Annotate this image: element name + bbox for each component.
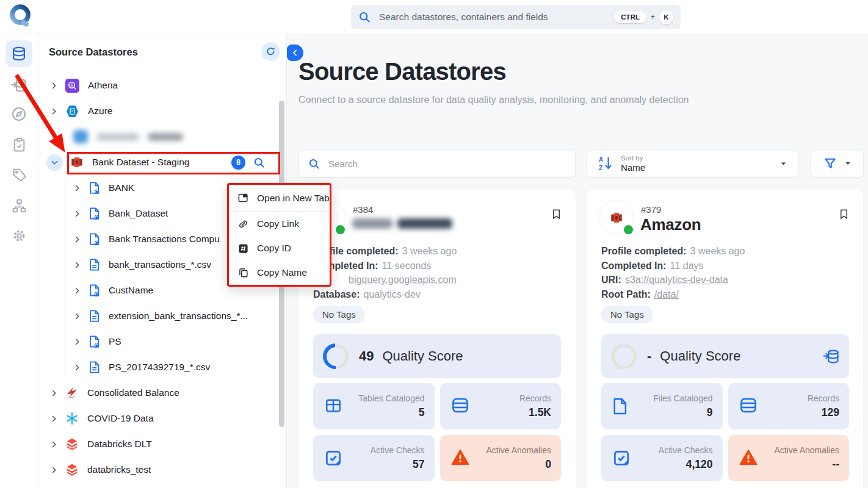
chevron-right-icon[interactable]: [73, 312, 81, 320]
count-badge: 8: [231, 156, 245, 170]
file-lines-icon: [89, 309, 100, 323]
sidebar-item-settings[interactable]: [5, 222, 32, 249]
global-search-input[interactable]: [378, 11, 614, 23]
tree-item-label: databricks_test: [87, 464, 151, 475]
datastore-search-input[interactable]: [327, 158, 566, 170]
menu-item-open-in-new-tab[interactable]: Open in New Tab: [229, 185, 330, 212]
bookmark-icon[interactable]: [838, 207, 850, 221]
stat-value: 57: [413, 458, 424, 471]
chevron-right-icon[interactable]: [73, 287, 81, 295]
tree-item-label: Databricks DLT: [87, 439, 152, 450]
datastore-card[interactable]: #379AmazonProfile completed:3 weeks agoC…: [587, 189, 863, 488]
sidebar-item-lineage[interactable]: [5, 192, 32, 219]
redshift-icon: [70, 156, 84, 169]
stat-tile-active-anomalies: Active Anomalies0: [440, 435, 562, 481]
tree-item-ps[interactable]: PS: [38, 329, 287, 354]
info-label: URI:: [601, 274, 621, 285]
sidebar-item-explore[interactable]: [5, 101, 32, 127]
quality-score-row: 49Quality Score: [313, 334, 561, 378]
sidebar-item-source-datastores[interactable]: [5, 40, 32, 67]
datastore-name: Amazon: [640, 215, 701, 234]
info-line: Profile completed:3 weeks ago: [313, 244, 457, 259]
newtab-icon: [237, 192, 249, 204]
sort-dropdown[interactable]: AZ Sort by Name: [587, 149, 799, 178]
info-line: Database:qualytics-dev: [313, 287, 457, 302]
enrichment-datastores-icon: [11, 77, 27, 93]
menu-item-label: Copy Name: [257, 267, 307, 278]
chevron-right-icon[interactable]: [50, 415, 58, 423]
datastore-id: #384: [353, 204, 373, 215]
chevron-right-icon[interactable]: [50, 389, 58, 397]
chevron-right-icon[interactable]: [50, 466, 58, 474]
tree-item-label: CustName: [109, 285, 153, 296]
filter-button[interactable]: [811, 149, 864, 178]
tree-item-label: PS: [109, 336, 121, 347]
menu-item-copy-id[interactable]: Copy ID: [229, 236, 330, 260]
info-value: 11 seconds: [382, 260, 432, 271]
sort-value: Name: [621, 162, 645, 173]
tree-item-bank-dataset-staging[interactable]: Bank Dataset - Staging8: [38, 149, 287, 175]
refresh-button[interactable]: [261, 42, 280, 61]
anomaly-icon: [451, 449, 469, 465]
sidebar-item-tags[interactable]: [5, 161, 32, 188]
info-link[interactable]: /data/: [654, 289, 679, 300]
datastore-card[interactable]: #384Profile completed:3 weeks agoComplet…: [298, 189, 576, 488]
chevron-right-icon[interactable]: [73, 364, 81, 371]
info-line: URI:s3a://qualytics-dev-data: [601, 273, 745, 287]
stat-label: Records: [808, 393, 839, 403]
info-line: Profile completed:3 weeks ago: [601, 244, 745, 259]
info-value: 11 days: [670, 260, 704, 271]
menu-item-label: Copy Link: [257, 218, 299, 229]
qualytics-logo[interactable]: [7, 2, 35, 30]
chevron-down-icon[interactable]: [46, 154, 63, 171]
tree-item-blurred[interactable]: [38, 124, 287, 149]
tree-item-extension-bank-transactions-[interactable]: extension_bank_transactions_*...: [38, 303, 287, 329]
stat-value: 129: [822, 406, 839, 419]
menu-item-copy-name[interactable]: Copy Name: [229, 260, 330, 285]
stat-label: Tables Cataloged: [358, 393, 424, 403]
status-online-dot: [335, 224, 346, 235]
datastore-search[interactable]: [298, 149, 576, 178]
chevron-down-icon: [51, 159, 59, 167]
tree-item-ps-20174392719-csv[interactable]: PS_20174392719_*.csv: [38, 354, 287, 380]
chevron-right-icon[interactable]: [73, 261, 81, 269]
chevron-right-icon[interactable]: [50, 82, 58, 90]
enrichment-datastore-icon[interactable]: [823, 348, 839, 365]
info-link[interactable]: bigquery.googleapis.com: [349, 274, 457, 285]
chevron-right-icon[interactable]: [50, 440, 58, 448]
status-online-dot: [623, 224, 634, 235]
search-icon[interactable]: [253, 157, 265, 168]
tree-item-label: Bank Transactions Compu: [109, 234, 220, 245]
tree-item-label: Bank Dataset - Staging: [92, 157, 189, 168]
stat-label: Active Checks: [371, 445, 425, 455]
info-value: 3 weeks ago: [690, 246, 745, 256]
datastore-info: Profile completed:3 weeks agoCompleted I…: [313, 244, 457, 301]
records-icon: [451, 397, 469, 414]
tree-item-azure[interactable]: Azure: [38, 98, 287, 124]
chevron-down-icon: [844, 160, 852, 167]
chevron-right-icon[interactable]: [73, 338, 81, 346]
bookmark-icon[interactable]: [551, 207, 562, 221]
sidebar-item-checks[interactable]: [5, 131, 32, 158]
global-search[interactable]: CTRL + K: [351, 5, 681, 29]
chevron-right-icon[interactable]: [50, 107, 58, 115]
tree-item-databricks-dlt[interactable]: Databricks DLT: [38, 431, 287, 457]
search-icon: [308, 158, 320, 170]
tree-item-covid-19-data[interactable]: COVID-19 Data: [38, 406, 287, 431]
chevron-right-icon[interactable]: [73, 235, 81, 243]
menu-item-copy-link[interactable]: Copy Link: [229, 212, 330, 236]
info-link[interactable]: s3a://qualytics-dev-data: [625, 274, 728, 285]
tree-item-consolidated-balance[interactable]: Consolidated Balance: [38, 380, 287, 406]
quality-score-label: Quality Score: [382, 348, 463, 364]
sidebar-item-enrichment-datastores[interactable]: [5, 72, 32, 99]
tree-item-databricks-test[interactable]: databricks_test: [38, 457, 287, 483]
file-icon: [612, 397, 627, 415]
tree-item-athena[interactable]: Athena: [38, 73, 287, 98]
chevron-right-icon[interactable]: [73, 210, 81, 218]
chevron-right-icon[interactable]: [73, 184, 81, 192]
info-value: 3 weeks ago: [402, 246, 457, 256]
kbd-plus: +: [651, 13, 655, 21]
checks-icon: [324, 449, 342, 467]
stat-tile-active-checks: Active Checks57: [313, 435, 435, 481]
link-icon: [237, 218, 249, 230]
